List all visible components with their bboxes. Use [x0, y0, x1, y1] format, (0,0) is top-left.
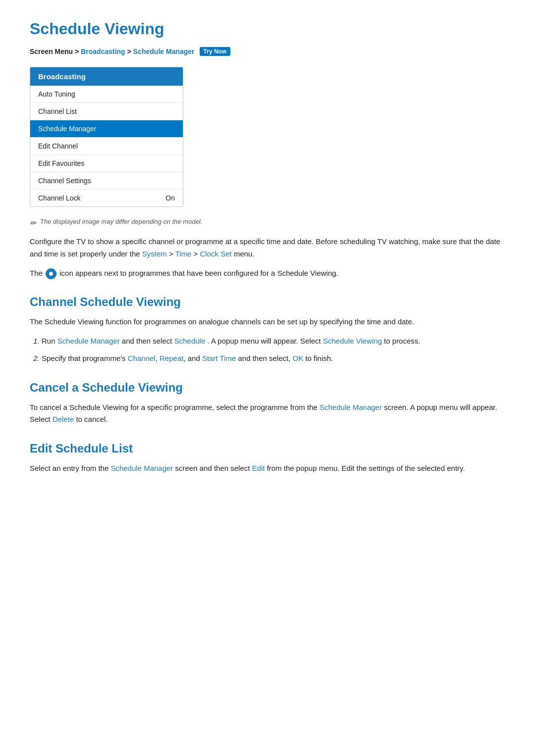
step1-prefix: Run	[42, 337, 55, 345]
intro-text-end: menu.	[234, 250, 255, 258]
note-row: ✏ The displayed image may differ dependi…	[30, 218, 505, 228]
schedule-viewing-icon	[46, 268, 56, 279]
section3-text-prefix: Select an entry from the	[30, 464, 108, 472]
step2-prefix: Specify that programme's	[42, 354, 126, 362]
menu-item-schedule-manager[interactable]: Schedule Manager	[30, 120, 183, 138]
breadcrumb-sep1: >	[127, 48, 131, 55]
step1-end: to process.	[384, 337, 420, 345]
section2-body: To cancel a Schedule Viewing for a speci…	[30, 402, 505, 426]
intro-text-2a: The	[30, 269, 43, 277]
step-1: Run Schedule Manager and then select Sch…	[42, 335, 505, 348]
intro-sep1: >	[169, 250, 175, 258]
breadcrumb-broadcasting[interactable]: Broadcasting	[81, 48, 125, 55]
menu-item-channel-list[interactable]: Channel List	[30, 103, 183, 120]
channel-lock-value: On	[165, 194, 175, 202]
menu-header: Broadcasting	[30, 67, 183, 86]
step1-mid1: and then select	[122, 337, 172, 345]
note-text: The displayed image may differ depending…	[40, 218, 202, 225]
step1-link1[interactable]: Schedule Manager	[57, 337, 120, 345]
section2-text-prefix: To cancel a Schedule Viewing for a speci…	[30, 403, 318, 411]
step1-link2[interactable]: Schedule	[174, 337, 206, 345]
step2-link2[interactable]: Repeat	[160, 354, 183, 362]
section1-heading: Channel Schedule Viewing	[30, 295, 505, 309]
intro-paragraph-1: Configure the TV to show a specific chan…	[30, 236, 505, 260]
section1-steps: Run Schedule Manager and then select Sch…	[42, 335, 505, 365]
section1-body: The Schedule Viewing function for progra…	[30, 316, 505, 328]
intro-paragraph-2: The icon appears next to programmes that…	[30, 267, 505, 280]
menu-item-edit-channel[interactable]: Edit Channel	[30, 138, 183, 155]
breadcrumb: Screen Menu > Broadcasting > Schedule Ma…	[30, 47, 505, 56]
step1-mid2: . A popup menu will appear. Select	[207, 337, 321, 345]
try-now-badge[interactable]: Try Now	[200, 47, 231, 56]
link-system[interactable]: System	[142, 250, 167, 258]
step2-sep1: ,	[156, 354, 158, 362]
section2-heading: Cancel a Schedule Viewing	[30, 381, 505, 395]
section3-link2[interactable]: Edit	[252, 464, 265, 472]
breadcrumb-prefix: Screen Menu >	[30, 48, 79, 55]
step2-end: to finish.	[305, 354, 333, 362]
page-title: Schedule Viewing	[30, 20, 505, 38]
step2-link1[interactable]: Channel	[128, 354, 156, 362]
menu-item-channel-settings[interactable]: Channel Settings	[30, 172, 183, 190]
section2-text-end: to cancel.	[76, 415, 107, 423]
pencil-icon: ✏	[30, 218, 36, 228]
section3-body: Select an entry from the Schedule Manage…	[30, 462, 505, 475]
section2-link2[interactable]: Delete	[53, 415, 74, 423]
menu-item-edit-favourites[interactable]: Edit Favourites	[30, 155, 183, 172]
breadcrumb-schedule-manager[interactable]: Schedule Manager	[133, 48, 195, 55]
menu-item-auto-tuning[interactable]: Auto Tuning	[30, 86, 183, 103]
step2-mid: and then select,	[238, 354, 290, 362]
section3-heading: Edit Schedule List	[30, 442, 505, 455]
step2-link4[interactable]: OK	[293, 354, 304, 362]
menu-item-channel-lock[interactable]: Channel Lock On	[30, 190, 183, 206]
step2-sep2: , and	[183, 354, 200, 362]
link-clock-set[interactable]: Clock Set	[200, 250, 232, 258]
step2-link3[interactable]: Start Time	[202, 354, 236, 362]
section2-link1[interactable]: Schedule Manager	[320, 403, 382, 411]
section3-text-end: from the popup menu. Edit the settings o…	[267, 464, 465, 472]
link-time[interactable]: Time	[175, 250, 192, 258]
intro-sep2: >	[194, 250, 200, 258]
intro-text-1: Configure the TV to show a specific chan…	[30, 237, 500, 258]
menu-box: Broadcasting Auto Tuning Channel List Sc…	[30, 67, 183, 207]
section3-link1[interactable]: Schedule Manager	[110, 464, 173, 472]
step1-link3[interactable]: Schedule Viewing	[323, 337, 382, 345]
section3-text-mid: screen and then select	[175, 464, 250, 472]
step-2: Specify that programme's Channel, Repeat…	[42, 353, 505, 365]
intro-text-2b: icon appears next to programmes that hav…	[59, 269, 338, 277]
